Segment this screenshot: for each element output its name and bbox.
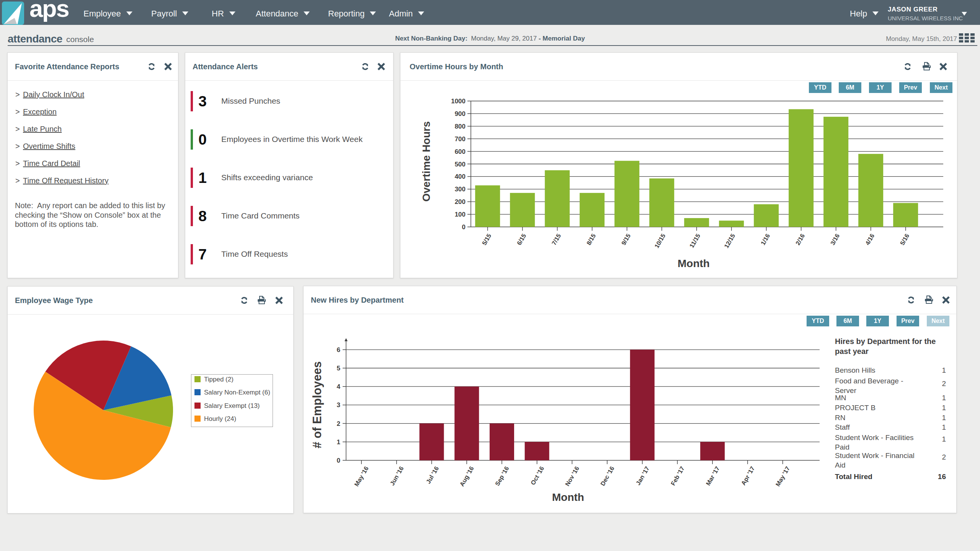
- svg-text:Apr '17: Apr '17: [740, 465, 756, 486]
- svg-text:5/16: 5/16: [899, 233, 910, 246]
- svg-text:0: 0: [462, 223, 466, 231]
- svg-text:900: 900: [455, 110, 466, 117]
- svg-text:1/16: 1/16: [760, 233, 771, 246]
- svg-text:Nov '16: Nov '16: [564, 465, 580, 487]
- svg-text:May '17: May '17: [774, 465, 791, 487]
- svg-text:9/15: 9/15: [620, 233, 632, 246]
- svg-text:8/15: 8/15: [585, 233, 597, 246]
- svg-text:300: 300: [455, 186, 466, 193]
- svg-text:Oct '16: Oct '16: [529, 465, 545, 486]
- svg-text:3: 3: [337, 401, 340, 409]
- svg-text:10/15: 10/15: [653, 233, 667, 249]
- svg-text:5: 5: [337, 365, 340, 372]
- svg-text:4: 4: [337, 383, 341, 390]
- svg-text:600: 600: [455, 148, 466, 155]
- svg-text:Jul '16: Jul '16: [425, 465, 440, 485]
- svg-text:# of Employees: # of Employees: [310, 361, 324, 448]
- svg-text:5/15: 5/15: [481, 233, 492, 246]
- svg-text:700: 700: [455, 135, 466, 143]
- svg-text:7/15: 7/15: [550, 233, 562, 246]
- svg-text:0: 0: [337, 457, 340, 464]
- svg-text:Overtime Hours: Overtime Hours: [420, 121, 432, 202]
- svg-text:Feb '17: Feb '17: [670, 465, 686, 487]
- svg-text:Dec '16: Dec '16: [599, 465, 615, 487]
- svg-text:1: 1: [337, 439, 340, 446]
- svg-text:3/16: 3/16: [829, 233, 841, 246]
- svg-text:6: 6: [337, 346, 340, 354]
- svg-text:Sep '16: Sep '16: [494, 465, 510, 487]
- svg-text:Aug '16: Aug '16: [459, 465, 475, 487]
- svg-text:Month: Month: [552, 491, 584, 503]
- svg-text:6/15: 6/15: [516, 233, 527, 246]
- svg-text:100: 100: [455, 211, 466, 218]
- svg-text:400: 400: [455, 173, 466, 180]
- svg-text:May '16: May '16: [353, 465, 369, 487]
- svg-text:Mar '17: Mar '17: [705, 465, 721, 487]
- svg-text:4/16: 4/16: [864, 233, 875, 246]
- svg-text:500: 500: [455, 161, 466, 168]
- svg-text:1000: 1000: [451, 98, 466, 105]
- svg-text:200: 200: [455, 198, 466, 205]
- svg-text:12/15: 12/15: [723, 233, 737, 249]
- svg-text:2: 2: [337, 420, 340, 427]
- svg-text:Jun '16: Jun '16: [389, 465, 405, 487]
- svg-text:2/16: 2/16: [794, 233, 806, 246]
- svg-text:Month: Month: [678, 258, 710, 269]
- svg-text:Jan '17: Jan '17: [635, 465, 651, 486]
- svg-text:11/15: 11/15: [688, 233, 701, 249]
- svg-text:800: 800: [455, 123, 466, 130]
